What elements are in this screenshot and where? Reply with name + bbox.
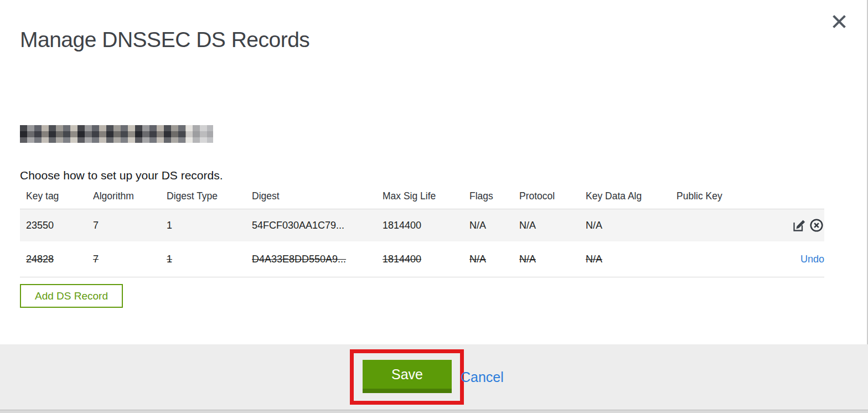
column-header-algorithm: Algorithm bbox=[93, 190, 167, 202]
cell-protocol: N/A bbox=[519, 220, 586, 231]
redacted-domain-name bbox=[20, 125, 213, 143]
add-ds-record-button[interactable]: Add DS Record bbox=[20, 284, 123, 308]
edit-record-button[interactable] bbox=[792, 218, 807, 233]
page-title: Manage DNSSEC DS Records bbox=[20, 28, 309, 52]
undo-link[interactable]: Undo bbox=[800, 254, 824, 265]
column-header-digest-type: Digest Type bbox=[167, 190, 252, 202]
cell-algorithm: 7 bbox=[93, 254, 167, 265]
cell-flags: N/A bbox=[469, 254, 519, 265]
column-header-max-sig-life: Max Sig Life bbox=[383, 190, 469, 202]
edit-icon bbox=[792, 218, 807, 233]
column-header-key-tag: Key tag bbox=[26, 190, 93, 202]
cell-digest-type: 1 bbox=[167, 220, 252, 231]
cell-digest-type: 1 bbox=[167, 254, 252, 265]
cell-key-data-alg: N/A bbox=[586, 254, 676, 265]
column-header-protocol: Protocol bbox=[519, 190, 586, 202]
row-actions: Undo bbox=[773, 254, 824, 265]
cell-key-data-alg: N/A bbox=[586, 220, 676, 231]
manage-dnssec-modal: Manage DNSSEC DS Records Choose how to s… bbox=[0, 0, 868, 413]
delete-circle-x-icon bbox=[809, 218, 824, 233]
save-button[interactable]: Save bbox=[363, 360, 452, 393]
delete-record-button[interactable] bbox=[809, 218, 824, 233]
column-header-flags: Flags bbox=[469, 190, 519, 202]
table-row: 23550 7 1 54FCF030AA1C79... 1814400 N/A … bbox=[20, 209, 824, 241]
ds-records-table: Key tag Algorithm Digest Type Digest Max… bbox=[20, 183, 824, 277]
cell-key-tag: 24828 bbox=[26, 254, 93, 265]
cell-algorithm: 7 bbox=[93, 220, 167, 231]
window-bottom-edge bbox=[0, 410, 868, 413]
cell-max-sig-life: 1814400 bbox=[383, 254, 469, 265]
cancel-link[interactable]: Cancel bbox=[461, 369, 504, 385]
column-header-public-key: Public Key bbox=[676, 190, 773, 202]
cell-digest: 54FCF030AA1C79... bbox=[252, 220, 383, 231]
column-header-key-data-alg: Key Data Alg bbox=[586, 190, 676, 202]
cell-key-tag: 23550 bbox=[26, 220, 93, 231]
row-actions bbox=[773, 218, 824, 233]
table-header-row: Key tag Algorithm Digest Type Digest Max… bbox=[20, 183, 824, 209]
cell-flags: N/A bbox=[469, 220, 519, 231]
close-icon bbox=[831, 14, 848, 29]
instruction-text: Choose how to set up your DS records. bbox=[20, 169, 223, 182]
cell-max-sig-life: 1814400 bbox=[383, 220, 469, 231]
close-button[interactable] bbox=[829, 11, 850, 32]
table-row-marked-deleted: 24828 7 1 D4A33E8DD550A9... 1814400 N/A … bbox=[20, 241, 824, 277]
cell-protocol: N/A bbox=[519, 254, 586, 265]
cell-digest: D4A33E8DD550A9... bbox=[252, 254, 383, 265]
column-header-digest: Digest bbox=[252, 190, 383, 202]
